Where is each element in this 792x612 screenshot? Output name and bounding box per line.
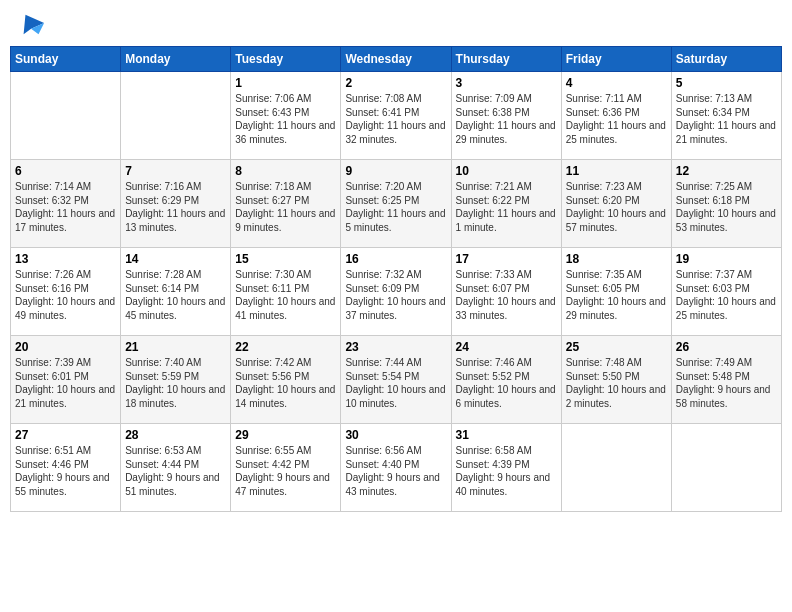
day-number: 13 <box>15 252 116 266</box>
calendar-cell: 31Sunrise: 6:58 AM Sunset: 4:39 PM Dayli… <box>451 424 561 512</box>
col-header-saturday: Saturday <box>671 47 781 72</box>
week-row-4: 20Sunrise: 7:39 AM Sunset: 6:01 PM Dayli… <box>11 336 782 424</box>
calendar-cell: 14Sunrise: 7:28 AM Sunset: 6:14 PM Dayli… <box>121 248 231 336</box>
day-info: Sunrise: 7:20 AM Sunset: 6:25 PM Dayligh… <box>345 180 446 234</box>
day-info: Sunrise: 7:13 AM Sunset: 6:34 PM Dayligh… <box>676 92 777 146</box>
col-header-monday: Monday <box>121 47 231 72</box>
day-number: 31 <box>456 428 557 442</box>
calendar-cell: 22Sunrise: 7:42 AM Sunset: 5:56 PM Dayli… <box>231 336 341 424</box>
day-number: 15 <box>235 252 336 266</box>
day-info: Sunrise: 7:26 AM Sunset: 6:16 PM Dayligh… <box>15 268 116 322</box>
day-number: 10 <box>456 164 557 178</box>
day-number: 29 <box>235 428 336 442</box>
calendar-cell: 4Sunrise: 7:11 AM Sunset: 6:36 PM Daylig… <box>561 72 671 160</box>
logo <box>14 10 46 38</box>
col-header-friday: Friday <box>561 47 671 72</box>
calendar-cell <box>561 424 671 512</box>
day-info: Sunrise: 7:35 AM Sunset: 6:05 PM Dayligh… <box>566 268 667 322</box>
day-info: Sunrise: 7:46 AM Sunset: 5:52 PM Dayligh… <box>456 356 557 410</box>
calendar-cell: 11Sunrise: 7:23 AM Sunset: 6:20 PM Dayli… <box>561 160 671 248</box>
calendar-cell: 7Sunrise: 7:16 AM Sunset: 6:29 PM Daylig… <box>121 160 231 248</box>
day-info: Sunrise: 7:30 AM Sunset: 6:11 PM Dayligh… <box>235 268 336 322</box>
day-number: 24 <box>456 340 557 354</box>
day-number: 23 <box>345 340 446 354</box>
calendar-cell: 17Sunrise: 7:33 AM Sunset: 6:07 PM Dayli… <box>451 248 561 336</box>
day-number: 27 <box>15 428 116 442</box>
day-number: 16 <box>345 252 446 266</box>
day-number: 17 <box>456 252 557 266</box>
calendar-cell: 25Sunrise: 7:48 AM Sunset: 5:50 PM Dayli… <box>561 336 671 424</box>
day-info: Sunrise: 7:33 AM Sunset: 6:07 PM Dayligh… <box>456 268 557 322</box>
week-row-3: 13Sunrise: 7:26 AM Sunset: 6:16 PM Dayli… <box>11 248 782 336</box>
day-info: Sunrise: 7:06 AM Sunset: 6:43 PM Dayligh… <box>235 92 336 146</box>
day-number: 2 <box>345 76 446 90</box>
day-number: 1 <box>235 76 336 90</box>
day-info: Sunrise: 7:14 AM Sunset: 6:32 PM Dayligh… <box>15 180 116 234</box>
calendar-cell: 19Sunrise: 7:37 AM Sunset: 6:03 PM Dayli… <box>671 248 781 336</box>
calendar-cell <box>11 72 121 160</box>
day-info: Sunrise: 7:42 AM Sunset: 5:56 PM Dayligh… <box>235 356 336 410</box>
day-info: Sunrise: 6:55 AM Sunset: 4:42 PM Dayligh… <box>235 444 336 498</box>
day-info: Sunrise: 6:58 AM Sunset: 4:39 PM Dayligh… <box>456 444 557 498</box>
day-info: Sunrise: 7:23 AM Sunset: 6:20 PM Dayligh… <box>566 180 667 234</box>
calendar-cell: 15Sunrise: 7:30 AM Sunset: 6:11 PM Dayli… <box>231 248 341 336</box>
calendar-cell: 10Sunrise: 7:21 AM Sunset: 6:22 PM Dayli… <box>451 160 561 248</box>
calendar-cell: 16Sunrise: 7:32 AM Sunset: 6:09 PM Dayli… <box>341 248 451 336</box>
day-number: 11 <box>566 164 667 178</box>
day-number: 5 <box>676 76 777 90</box>
day-info: Sunrise: 6:51 AM Sunset: 4:46 PM Dayligh… <box>15 444 116 498</box>
day-info: Sunrise: 7:40 AM Sunset: 5:59 PM Dayligh… <box>125 356 226 410</box>
day-info: Sunrise: 7:49 AM Sunset: 5:48 PM Dayligh… <box>676 356 777 410</box>
calendar-cell: 20Sunrise: 7:39 AM Sunset: 6:01 PM Dayli… <box>11 336 121 424</box>
day-number: 28 <box>125 428 226 442</box>
col-header-tuesday: Tuesday <box>231 47 341 72</box>
calendar-cell: 5Sunrise: 7:13 AM Sunset: 6:34 PM Daylig… <box>671 72 781 160</box>
day-info: Sunrise: 7:39 AM Sunset: 6:01 PM Dayligh… <box>15 356 116 410</box>
calendar-cell: 1Sunrise: 7:06 AM Sunset: 6:43 PM Daylig… <box>231 72 341 160</box>
calendar-cell: 18Sunrise: 7:35 AM Sunset: 6:05 PM Dayli… <box>561 248 671 336</box>
day-number: 19 <box>676 252 777 266</box>
day-number: 25 <box>566 340 667 354</box>
day-number: 18 <box>566 252 667 266</box>
calendar-cell: 8Sunrise: 7:18 AM Sunset: 6:27 PM Daylig… <box>231 160 341 248</box>
page-header <box>10 10 782 38</box>
calendar-cell: 9Sunrise: 7:20 AM Sunset: 6:25 PM Daylig… <box>341 160 451 248</box>
day-info: Sunrise: 7:25 AM Sunset: 6:18 PM Dayligh… <box>676 180 777 234</box>
calendar-table: SundayMondayTuesdayWednesdayThursdayFrid… <box>10 46 782 512</box>
calendar-cell: 3Sunrise: 7:09 AM Sunset: 6:38 PM Daylig… <box>451 72 561 160</box>
col-header-sunday: Sunday <box>11 47 121 72</box>
calendar-cell: 12Sunrise: 7:25 AM Sunset: 6:18 PM Dayli… <box>671 160 781 248</box>
day-info: Sunrise: 7:48 AM Sunset: 5:50 PM Dayligh… <box>566 356 667 410</box>
calendar-header: SundayMondayTuesdayWednesdayThursdayFrid… <box>11 47 782 72</box>
day-number: 14 <box>125 252 226 266</box>
day-info: Sunrise: 7:32 AM Sunset: 6:09 PM Dayligh… <box>345 268 446 322</box>
day-info: Sunrise: 7:16 AM Sunset: 6:29 PM Dayligh… <box>125 180 226 234</box>
week-row-2: 6Sunrise: 7:14 AM Sunset: 6:32 PM Daylig… <box>11 160 782 248</box>
calendar-cell <box>121 72 231 160</box>
day-info: Sunrise: 7:37 AM Sunset: 6:03 PM Dayligh… <box>676 268 777 322</box>
calendar-cell: 23Sunrise: 7:44 AM Sunset: 5:54 PM Dayli… <box>341 336 451 424</box>
day-info: Sunrise: 7:11 AM Sunset: 6:36 PM Dayligh… <box>566 92 667 146</box>
day-info: Sunrise: 7:08 AM Sunset: 6:41 PM Dayligh… <box>345 92 446 146</box>
day-info: Sunrise: 7:09 AM Sunset: 6:38 PM Dayligh… <box>456 92 557 146</box>
day-info: Sunrise: 7:28 AM Sunset: 6:14 PM Dayligh… <box>125 268 226 322</box>
day-number: 12 <box>676 164 777 178</box>
day-number: 9 <box>345 164 446 178</box>
calendar-cell: 24Sunrise: 7:46 AM Sunset: 5:52 PM Dayli… <box>451 336 561 424</box>
day-info: Sunrise: 6:53 AM Sunset: 4:44 PM Dayligh… <box>125 444 226 498</box>
day-number: 22 <box>235 340 336 354</box>
day-number: 26 <box>676 340 777 354</box>
calendar-cell: 28Sunrise: 6:53 AM Sunset: 4:44 PM Dayli… <box>121 424 231 512</box>
col-header-thursday: Thursday <box>451 47 561 72</box>
day-number: 21 <box>125 340 226 354</box>
day-info: Sunrise: 7:44 AM Sunset: 5:54 PM Dayligh… <box>345 356 446 410</box>
calendar-cell: 6Sunrise: 7:14 AM Sunset: 6:32 PM Daylig… <box>11 160 121 248</box>
calendar-cell: 2Sunrise: 7:08 AM Sunset: 6:41 PM Daylig… <box>341 72 451 160</box>
day-number: 30 <box>345 428 446 442</box>
day-number: 3 <box>456 76 557 90</box>
col-header-wednesday: Wednesday <box>341 47 451 72</box>
calendar-cell: 30Sunrise: 6:56 AM Sunset: 4:40 PM Dayli… <box>341 424 451 512</box>
week-row-1: 1Sunrise: 7:06 AM Sunset: 6:43 PM Daylig… <box>11 72 782 160</box>
calendar-cell: 26Sunrise: 7:49 AM Sunset: 5:48 PM Dayli… <box>671 336 781 424</box>
day-number: 6 <box>15 164 116 178</box>
